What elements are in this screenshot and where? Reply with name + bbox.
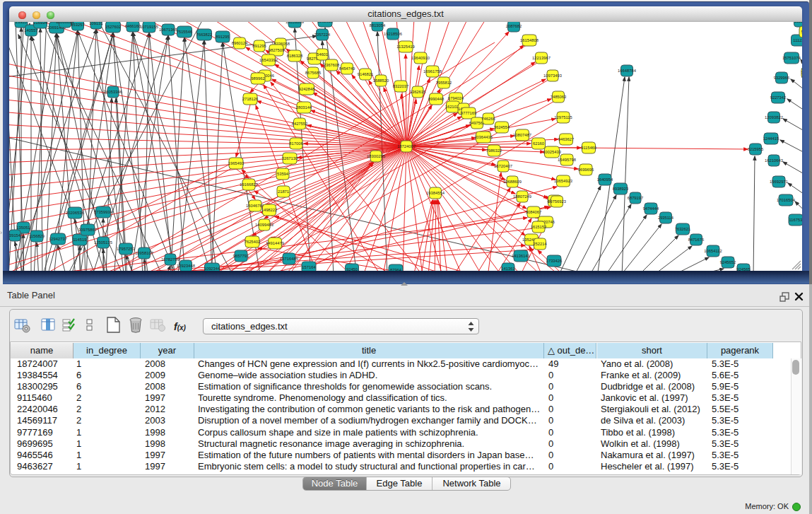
svg-text:2935114: 2935114: [658, 216, 674, 220]
svg-text:141361: 141361: [501, 267, 514, 271]
svg-text:891295: 891295: [216, 35, 229, 39]
svg-text:8215955: 8215955: [748, 147, 764, 151]
svg-text:14914479: 14914479: [266, 241, 284, 245]
svg-text:12505135: 12505135: [94, 240, 112, 245]
svg-text:18807249: 18807249: [513, 194, 531, 199]
svg-text:1965493: 1965493: [228, 161, 245, 165]
svg-text:1733426: 1733426: [546, 259, 563, 263]
svg-text:12923448: 12923448: [177, 264, 195, 268]
svg-text:11122: 11122: [793, 38, 802, 42]
svg-text:746266: 746266: [481, 117, 495, 121]
svg-text:9657791: 9657791: [233, 254, 249, 258]
svg-text:16053809: 16053809: [286, 22, 304, 24]
svg-text:7955812: 7955812: [436, 81, 452, 85]
svg-text:9329966: 9329966: [774, 76, 790, 80]
svg-text:53594: 53594: [277, 172, 289, 176]
svg-text:14136141: 14136141: [512, 254, 530, 258]
svg-text:2718126: 2718126: [242, 97, 259, 101]
svg-text:1092344: 1092344: [204, 267, 220, 271]
svg-text:15716485: 15716485: [280, 257, 298, 261]
svg-text:9245652: 9245652: [720, 260, 736, 264]
svg-text:7625402: 7625402: [245, 240, 261, 244]
svg-text:10719155: 10719155: [140, 25, 158, 29]
svg-text:1588520: 1588520: [373, 78, 389, 83]
svg-text:16543392: 16543392: [259, 58, 278, 62]
svg-text:7357224: 7357224: [314, 33, 331, 37]
svg-text:8427552: 8427552: [292, 122, 308, 126]
svg-text:135051: 135051: [16, 226, 30, 230]
svg-text:8675685: 8675685: [305, 71, 322, 75]
svg-text:1527602: 1527602: [105, 25, 122, 29]
svg-text:15720407: 15720407: [494, 164, 512, 168]
svg-text:12093822: 12093822: [765, 115, 783, 119]
svg-text:9474444: 9474444: [643, 206, 659, 211]
svg-text:19218506: 19218506: [384, 32, 402, 36]
svg-text:9699695: 9699695: [578, 168, 594, 172]
svg-text:9146821: 9146821: [358, 72, 374, 76]
svg-text:2803144: 2803144: [296, 105, 312, 110]
svg-text:3624554: 3624554: [494, 125, 510, 129]
svg-text:10958107: 10958107: [135, 251, 153, 255]
svg-text:1156829: 1156829: [29, 234, 45, 238]
svg-text:21871: 21871: [278, 189, 289, 194]
svg-text:17359934: 17359934: [94, 210, 113, 214]
svg-text:12213967: 12213967: [532, 56, 551, 60]
svg-text:18300295: 18300295: [367, 154, 385, 158]
svg-text:891295: 891295: [252, 44, 266, 48]
svg-text:1362615: 1362615: [410, 90, 426, 94]
svg-text:14099483: 14099483: [255, 223, 273, 227]
svg-text:924565: 924565: [736, 267, 750, 271]
svg-text:2087682: 2087682: [506, 24, 522, 28]
svg-text:109131: 109131: [89, 22, 102, 25]
svg-text:9115460: 9115460: [581, 146, 596, 150]
svg-text:6794024: 6794024: [448, 96, 464, 100]
svg-text:10025433: 10025433: [543, 150, 561, 154]
svg-text:2367608: 2367608: [324, 63, 340, 67]
svg-text:13640910: 13640910: [411, 56, 430, 60]
svg-text:11866024: 11866024: [56, 22, 74, 24]
svg-text:10671365: 10671365: [159, 28, 177, 32]
svg-text:6879197: 6879197: [628, 196, 644, 200]
svg-text:9227342: 9227342: [770, 95, 787, 100]
svg-text:140557: 140557: [24, 28, 37, 33]
svg-text:13654923: 13654923: [554, 179, 572, 183]
svg-text:16648784: 16648784: [618, 69, 637, 73]
svg-text:26053346: 26053346: [104, 90, 122, 94]
svg-text:17957253: 17957253: [117, 247, 135, 251]
svg-text:157164: 157164: [302, 265, 316, 269]
svg-text:17016504: 17016504: [777, 198, 796, 202]
svg-text:6466160: 6466160: [125, 24, 141, 28]
svg-text:19756923: 19756923: [548, 199, 566, 204]
svg-text:23955: 23955: [16, 22, 27, 24]
svg-text:30975867: 30975867: [78, 228, 97, 232]
svg-text:10807487: 10807487: [513, 133, 531, 137]
svg-text:54601: 54601: [317, 52, 328, 57]
svg-text:8186328: 8186328: [287, 54, 303, 58]
svg-text:3267130: 3267130: [282, 156, 298, 160]
svg-text:748506: 748506: [801, 71, 802, 75]
svg-text:62160: 62160: [533, 141, 544, 146]
svg-text:87964: 87964: [390, 268, 402, 271]
svg-text:11122: 11122: [794, 22, 802, 23]
svg-text:19384554: 19384554: [426, 191, 445, 195]
svg-text:8813054: 8813054: [370, 23, 386, 28]
svg-text:10973493: 10973493: [543, 74, 562, 78]
svg-text:9463627: 9463627: [558, 137, 575, 141]
svg-text:817006: 817006: [289, 141, 302, 146]
svg-text:7986322: 7986322: [486, 148, 502, 153]
svg-text:114519: 114519: [73, 238, 87, 242]
svg-text:216934: 216934: [33, 22, 47, 25]
svg-text:6061658: 6061658: [317, 22, 334, 23]
svg-text:19166827: 19166827: [240, 182, 258, 187]
svg-text:12942737: 12942737: [49, 237, 67, 241]
svg-text:1640954: 1640954: [597, 177, 613, 182]
svg-text:10654112: 10654112: [704, 249, 722, 253]
svg-text:15692971: 15692971: [770, 180, 788, 184]
svg-text:8454749: 8454749: [339, 66, 355, 71]
svg-text:15495798: 15495798: [558, 158, 576, 162]
svg-text:8990448: 8990448: [428, 97, 445, 101]
svg-text:252214: 252214: [533, 242, 547, 246]
svg-text:92450: 92450: [346, 267, 358, 271]
svg-text:8938923: 8938923: [613, 187, 629, 191]
svg-text:1498222: 1498222: [261, 208, 278, 212]
